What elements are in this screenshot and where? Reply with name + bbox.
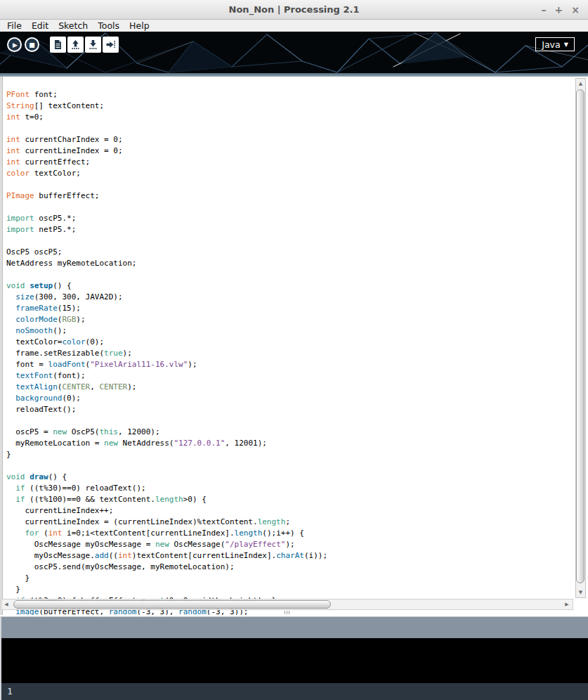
line-number-badge: 1 (7, 686, 13, 696)
code-line: reloadText(); (6, 404, 574, 415)
code-line: String[] textContent; (6, 101, 574, 112)
title-bar: Non_Non | Processing 2.1 – + × (0, 0, 588, 20)
code-line: void draw() { (6, 472, 574, 483)
code-line: if ((t%30)==0) reloadText(); (6, 483, 574, 494)
horizontal-scroll-thumb[interactable] (13, 600, 331, 609)
code-line: color textColor; (6, 168, 574, 179)
open-icon (70, 39, 81, 50)
scroll-up-icon[interactable]: ▲ (576, 79, 585, 89)
window-controls: – + × (542, 0, 580, 20)
code-line: PImage bufferEffect; (6, 190, 574, 202)
editor: PFont font;String[] textContent;int t=0;… (0, 77, 588, 615)
console-output (0, 638, 588, 683)
code-line: noSmooth(); (6, 325, 574, 337)
code-line: void setup() { (6, 280, 574, 292)
vertical-scrollbar[interactable]: ▲ ▼ (575, 78, 586, 598)
menu-item-help[interactable]: Help (129, 20, 150, 31)
code-line: size(300, 300, JAVA2D); (6, 292, 574, 303)
code-line: myRemoteLocation = new NetAddress("127.0… (6, 438, 574, 449)
export-button[interactable] (103, 37, 119, 53)
save-icon (88, 39, 98, 50)
code-line: font = loadFont("PixelArial11-16.vlw"); (6, 359, 574, 370)
code-line: textColor=color(0); (6, 337, 574, 348)
code-line (6, 202, 574, 213)
code-line: import oscP5.*; (6, 213, 574, 224)
code-line: } (6, 573, 574, 584)
maximize-button[interactable]: + (555, 5, 563, 15)
code-line: int currentLineIndex = 0; (6, 145, 574, 157)
save-button[interactable] (85, 37, 101, 53)
code-line: OscP5 oscP5; (6, 247, 574, 258)
code-line: textAlign(CENTER, CENTER); (6, 382, 574, 393)
scroll-right-icon[interactable]: ▶ (562, 599, 572, 609)
code-line: PFont font; (6, 89, 574, 101)
code-line: colorMode(RGB); (6, 314, 574, 325)
menu-bar: FileEditSketchToolsHelp (0, 20, 588, 32)
minimize-button[interactable]: – (542, 5, 547, 15)
vertical-scroll-thumb[interactable] (576, 89, 584, 583)
code-line (6, 460, 574, 472)
code-line: myOscMessage.add((int)textContent[curren… (6, 550, 574, 562)
horizontal-scrollbar[interactable]: ◀ ▶ (1, 599, 573, 610)
editor-left-edge (0, 77, 3, 615)
code-line: frame.setResizable(true); (6, 348, 574, 359)
code-line (6, 179, 574, 190)
open-button[interactable] (67, 37, 84, 53)
code-line: frameRate(15); (6, 303, 574, 314)
menu-item-tools[interactable]: Tools (98, 20, 119, 31)
code-line (6, 415, 574, 427)
scroll-left-icon[interactable]: ◀ (1, 599, 11, 609)
mode-label: Java (542, 39, 560, 50)
code-line: } (6, 449, 574, 460)
code-line: textFont(font); (6, 370, 574, 382)
processing-window: Non_Non | Processing 2.1 – + × FileEditS… (0, 0, 588, 700)
export-icon (105, 39, 116, 50)
run-icon: ▶ (13, 41, 18, 48)
code-line (6, 269, 574, 280)
toolbar: ▶ ■ (0, 32, 588, 73)
code-line: for (int i=0;i<textContent[currentLineIn… (6, 528, 574, 539)
chevron-down-icon: ▼ (564, 41, 568, 48)
code-line: currentLineIndex = (currentLineIndex)%te… (6, 517, 574, 528)
new-sketch-button[interactable] (50, 37, 66, 53)
code-line: NetAddress myRemoteLocation; (6, 258, 574, 269)
code-line (6, 123, 574, 134)
code-line: import netP5.*; (6, 224, 574, 235)
code-line: int t=0; (6, 112, 574, 123)
stop-icon: ■ (29, 41, 35, 48)
mode-dropdown[interactable]: Java ▼ (535, 37, 575, 51)
scroll-down-icon[interactable]: ▼ (576, 588, 585, 597)
run-button[interactable]: ▶ (7, 37, 22, 52)
status-bar: 1 (0, 683, 588, 700)
code-line (6, 235, 574, 247)
code-line: oscP5.send(myOscMessage, myRemoteLocatio… (6, 562, 574, 573)
code-line: OscMessage myOscMessage = new OscMessage… (6, 539, 574, 550)
code-line: int currentCharIndex = 0; (6, 134, 574, 145)
console-resize-grip[interactable] (285, 611, 289, 614)
message-bar (0, 616, 588, 638)
code-line: currentLineIndex++; (6, 505, 574, 517)
stop-button[interactable]: ■ (25, 37, 39, 52)
code-line: oscP5 = new OscP5(this, 12000); (6, 427, 574, 438)
code-line: int currentEffect; (6, 157, 574, 168)
new-file-icon (53, 39, 63, 50)
code-line: if ((t%100)==0 && textContent.length>0) … (6, 494, 574, 505)
window-title: Non_Non | Processing 2.1 (229, 4, 360, 15)
menu-item-sketch[interactable]: Sketch (58, 20, 88, 31)
menu-item-file[interactable]: File (7, 20, 22, 31)
close-button[interactable]: × (571, 5, 580, 15)
code-line: } (6, 584, 574, 595)
code-area[interactable]: PFont font;String[] textContent;int t=0;… (4, 77, 574, 615)
code-line: background(0); (6, 393, 574, 404)
menu-item-edit[interactable]: Edit (32, 20, 48, 31)
